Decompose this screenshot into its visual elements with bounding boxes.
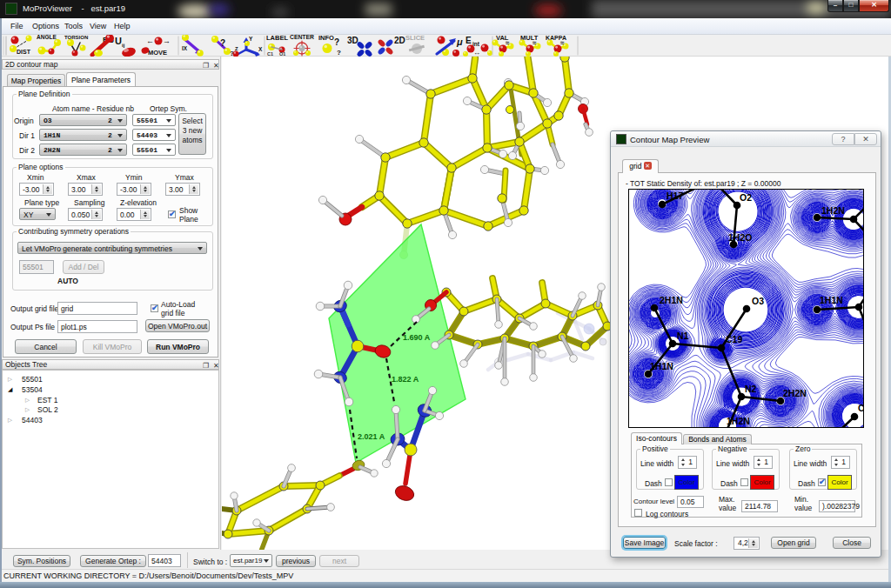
svg-text:MOVE: MOVE (148, 49, 167, 57)
svg-text:IX: IX (182, 45, 188, 51)
svg-text:ij: ij (122, 43, 125, 48)
svg-text:Z: Z (235, 46, 238, 51)
svg-text:2D: 2D (394, 36, 405, 45)
svg-text:2H1N: 2H1N (660, 295, 683, 305)
svg-text:2H2N: 2H2N (783, 388, 807, 398)
svg-text:→: → (163, 37, 171, 45)
svg-text:μ: μ (456, 37, 463, 47)
svg-text:≈: ≈ (560, 39, 565, 47)
svg-text:E: E (466, 36, 472, 45)
svg-text:O3: O3 (752, 296, 764, 306)
svg-text:ANGLE: ANGLE (37, 35, 57, 40)
svg-text:N1: N1 (677, 331, 689, 341)
svg-text:INFO: INFO (318, 35, 334, 42)
svg-text:O2: O2 (740, 192, 752, 203)
svg-text:2.021 A: 2.021 A (358, 432, 385, 441)
svg-text:LABEL: LABEL (266, 35, 288, 42)
svg-text:≈: ≈ (506, 39, 510, 47)
svg-text:1H1N: 1H1N (820, 295, 843, 305)
svg-text:TORSION: TORSION (64, 35, 88, 40)
svg-text:1.822 A: 1.822 A (392, 375, 419, 384)
svg-text:SLICE: SLICE (405, 35, 425, 42)
svg-text:1H1N: 1H1N (650, 361, 673, 371)
svg-text:O: O (858, 403, 863, 413)
svg-text:1H2N: 1H2N (727, 416, 750, 426)
svg-text:?: ? (334, 37, 339, 47)
svg-text:?: ? (220, 38, 225, 48)
svg-text:?: ? (337, 49, 341, 57)
svg-text:int: int (472, 41, 480, 47)
svg-text:U: U (115, 36, 122, 46)
svg-text:Y: Y (249, 36, 253, 42)
svg-text:H17: H17 (667, 190, 683, 201)
svg-text:X: X (258, 46, 263, 52)
svg-text:3D: 3D (347, 36, 358, 45)
svg-text:CENTER: CENTER (290, 35, 314, 40)
svg-text:N2: N2 (745, 384, 757, 394)
svg-text:C19: C19 (726, 334, 742, 344)
svg-text:≈: ≈ (533, 39, 537, 47)
svg-text:←: ← (146, 37, 154, 45)
svg-text:1H2O: 1H2O (728, 232, 752, 243)
svg-text:1.690 A: 1.690 A (403, 333, 431, 342)
svg-text:1H2N: 1H2N (821, 205, 845, 216)
svg-text:DIST: DIST (17, 49, 31, 55)
svg-text:↔: ↔ (473, 49, 480, 57)
